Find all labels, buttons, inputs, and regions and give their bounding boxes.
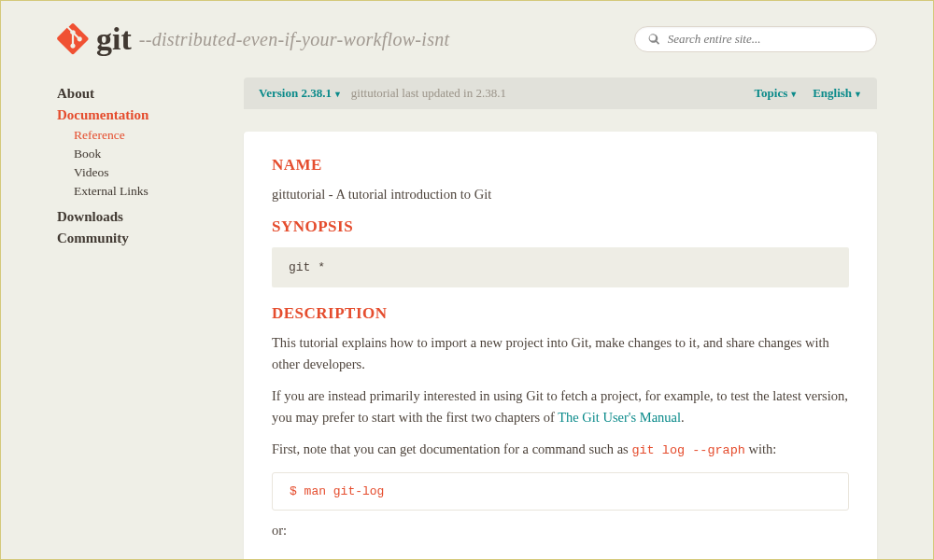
language-selector[interactable]: English▼ bbox=[813, 86, 862, 101]
topics-selector[interactable]: Topics▼ bbox=[755, 86, 799, 101]
main-layout: About Documentation Reference Book Video… bbox=[1, 66, 933, 560]
brand: git --distributed-even-if-your-workflow-… bbox=[57, 21, 449, 57]
man-code-block: $ man git-log bbox=[272, 472, 849, 511]
content-topbar: Version 2.38.1▼ gittutorial last updated… bbox=[244, 77, 877, 109]
name-heading: NAME bbox=[272, 156, 849, 175]
subnav-reference[interactable]: Reference bbox=[74, 126, 216, 145]
name-text: gittutorial - A tutorial introduction to… bbox=[272, 184, 849, 204]
sidebar: About Documentation Reference Book Video… bbox=[57, 77, 216, 560]
sidebar-item-community[interactable]: Community bbox=[57, 228, 216, 249]
search-icon bbox=[648, 33, 660, 46]
document-body: NAME gittutorial - A tutorial introducti… bbox=[244, 132, 877, 560]
git-logo-icon bbox=[57, 23, 89, 55]
chevron-down-icon: ▼ bbox=[854, 90, 862, 99]
content: Version 2.38.1▼ gittutorial last updated… bbox=[244, 77, 877, 560]
chevron-down-icon: ▼ bbox=[789, 90, 798, 99]
desc-p3-b: with: bbox=[745, 441, 776, 456]
updated-text: gittutorial last updated in 2.38.1 bbox=[351, 86, 506, 101]
sidebar-subnav: Reference Book Videos External Links bbox=[57, 126, 216, 201]
topics-label: Topics bbox=[755, 86, 788, 100]
sidebar-item-about[interactable]: About bbox=[57, 83, 216, 105]
desc-p1: This tutorial explains how to import a n… bbox=[272, 332, 849, 374]
inline-code-gitlog: git log --graph bbox=[631, 443, 745, 457]
user-manual-link[interactable]: The Git User's Manual bbox=[558, 410, 681, 425]
subnav-book[interactable]: Book bbox=[74, 145, 216, 163]
search-input[interactable] bbox=[668, 32, 863, 47]
subnav-videos[interactable]: Videos bbox=[74, 163, 216, 182]
sidebar-item-downloads[interactable]: Downloads bbox=[57, 206, 216, 228]
synopsis-heading: SYNOPSIS bbox=[272, 217, 849, 236]
synopsis-code: git * bbox=[272, 247, 849, 287]
description-heading: DESCRIPTION bbox=[272, 304, 849, 323]
subnav-external-links[interactable]: External Links bbox=[74, 182, 216, 201]
header: git --distributed-even-if-your-workflow-… bbox=[1, 1, 933, 66]
desc-p3: First, note that you can get documentati… bbox=[272, 439, 849, 461]
or-text: or: bbox=[272, 520, 849, 540]
chevron-down-icon: ▼ bbox=[333, 90, 342, 99]
version-label: Version 2.38.1 bbox=[259, 86, 332, 100]
desc-p3-a: First, note that you can get documentati… bbox=[272, 441, 631, 456]
search-box[interactable] bbox=[634, 26, 877, 52]
topbar-right: Topics▼ English▼ bbox=[755, 86, 862, 101]
language-label: English bbox=[813, 86, 852, 100]
brand-text: git bbox=[96, 21, 132, 57]
desc-p2-b: . bbox=[681, 410, 685, 425]
tagline: --distributed-even-if-your-workflow-isnt bbox=[139, 29, 450, 50]
sidebar-item-documentation[interactable]: Documentation bbox=[57, 105, 216, 126]
desc-p2: If you are instead primarily interested … bbox=[272, 385, 849, 427]
version-selector[interactable]: Version 2.38.1▼ bbox=[259, 86, 342, 101]
